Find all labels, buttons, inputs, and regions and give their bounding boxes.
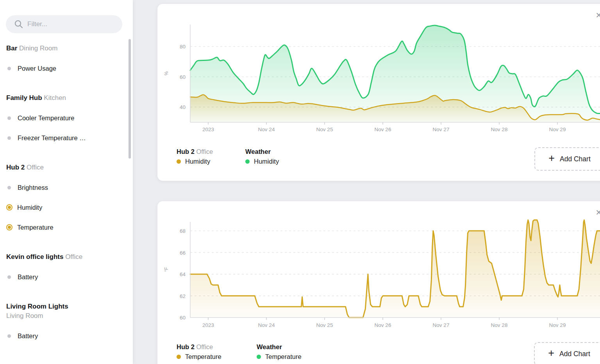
sidebar-scrollbar-thumb[interactable] [129, 39, 131, 159]
y-axis-unit-label: % [164, 71, 169, 75]
sidebar-group-hub-2: Hub 2 Office [6, 163, 127, 172]
series-color-dot [245, 159, 250, 164]
group-name: Bar [6, 45, 17, 52]
group-area: Kitchen [42, 94, 66, 102]
y-tick-label: 60 [180, 315, 186, 321]
series-color-dot [177, 355, 181, 359]
legend-item-weather-humidity[interactable]: Weather Humidity [245, 147, 279, 166]
legend-entity-title: Weather [257, 343, 302, 351]
sidebar-item-battery[interactable]: Battery [6, 272, 127, 282]
x-tick-label: 2023 [202, 127, 214, 132]
y-tick-label: 64 [180, 271, 186, 277]
entity-label: Battery [18, 273, 38, 281]
entity-label: Cooler Temperature [18, 114, 75, 122]
plus-icon: + [548, 348, 554, 359]
entity-dot [7, 67, 11, 70]
series-color-dot [257, 355, 261, 359]
legend-entity-title: Hub 2 Office [177, 147, 213, 156]
chart-legend: Hub 2 Office Temperature Weather Tempera… [157, 343, 532, 364]
legend-entity-title: Weather [245, 147, 279, 156]
entity-sidebar: Bar Dining RoomPower UsageFamily Hub Kit… [0, 0, 133, 364]
entity-dot [7, 186, 11, 189]
entity-dot [7, 334, 11, 338]
entity-dot-selected [8, 206, 11, 209]
close-icon[interactable]: ✕ [594, 207, 600, 218]
sidebar-item-humidity[interactable]: Humidity [6, 203, 127, 212]
legend-item-hub2-temperature[interactable]: Hub 2 Office Temperature [177, 343, 221, 361]
sidebar-item-power-usage[interactable]: Power Usage [6, 64, 127, 73]
x-tick-label: Nov 27 [433, 322, 450, 328]
group-area: Living Room [6, 311, 127, 321]
x-tick-label: Nov 28 [491, 127, 508, 132]
sidebar-item-battery[interactable]: Battery [6, 331, 127, 341]
legend-series-row: Temperature [257, 352, 302, 361]
group-area: Dining Room [17, 45, 57, 52]
y-tick-label: 80 [180, 44, 186, 50]
x-tick-label: Nov 24 [258, 322, 275, 328]
x-tick-label: Nov 26 [375, 322, 391, 328]
legend-series-row: Humidity [177, 157, 213, 166]
group-name: Family Hub [6, 94, 42, 102]
sidebar-group-family-hub: Family Hub Kitchen [6, 93, 127, 103]
close-icon[interactable]: ✕ [594, 10, 600, 20]
sidebar-item-freezer-temperature[interactable]: Freezer Temperature … [6, 133, 127, 143]
temperature-chart[interactable]: 60626466682023Nov 24Nov 25Nov 26Nov 27No… [157, 201, 600, 364]
sidebar-group-bar: Bar Dining Room [6, 44, 127, 53]
sidebar-item-cooler-temperature[interactable]: Cooler Temperature [6, 113, 127, 123]
x-tick-label: Nov 27 [433, 127, 450, 132]
x-tick-label: 2023 [202, 322, 214, 328]
search-icon [14, 20, 23, 29]
y-tick-label: 68 [180, 228, 186, 234]
add-chart-button[interactable]: + Add Chart [534, 342, 600, 364]
group-area: Office [25, 164, 44, 171]
x-tick-label: Nov 25 [316, 127, 333, 132]
entity-label: Power Usage [18, 65, 56, 72]
legend-entity-title: Hub 2 Office [177, 343, 221, 351]
y-tick-label: 60 [180, 74, 186, 80]
entity-list: Bar Dining RoomPower UsageFamily Hub Kit… [0, 33, 133, 341]
humidity-chart-card: 4060802023Nov 24Nov 25Nov 26Nov 27Nov 28… [157, 4, 600, 181]
sidebar-group-kevin-office-lights: Kevin office lights Office [6, 252, 127, 262]
group-area: Office [63, 253, 82, 261]
temperature-chart-card: 60626466682023Nov 24Nov 25Nov 26Nov 27No… [157, 201, 600, 364]
x-tick-label: Nov 25 [316, 322, 333, 328]
entity-label: Freezer Temperature … [18, 134, 86, 142]
sidebar-item-temperature[interactable]: Temperature [6, 223, 127, 232]
y-tick-label: 66 [180, 250, 186, 256]
x-tick-label: Nov 29 [549, 127, 566, 132]
add-chart-button[interactable]: + Add Chart [534, 147, 600, 171]
entity-dot [7, 136, 11, 140]
entity-label: Humidity [17, 204, 42, 211]
legend-series-row: Temperature [177, 352, 221, 361]
legend-item-hub2-humidity[interactable]: Hub 2 Office Humidity [177, 147, 213, 166]
x-tick-label: Nov 24 [258, 127, 275, 132]
x-tick-label: Nov 29 [549, 322, 566, 328]
entity-label: Brightness [18, 184, 48, 191]
group-name: Living Room Lights [6, 303, 68, 310]
legend-series-row: Humidity [245, 157, 279, 166]
x-tick-label: Nov 26 [375, 127, 391, 132]
plus-icon: + [548, 153, 555, 164]
group-name: Hub 2 [6, 164, 25, 171]
entity-dot-selected [8, 226, 11, 229]
sidebar-group-living-room-lights: Living Room LightsLiving Room [6, 302, 127, 321]
entity-dot [7, 116, 11, 120]
filter-field-wrap [6, 15, 122, 33]
y-tick-label: 40 [180, 104, 186, 110]
legend-item-weather-temperature[interactable]: Weather Temperature [257, 343, 302, 361]
y-axis-unit-label: °F [164, 267, 169, 272]
entity-label: Temperature [17, 224, 54, 231]
entity-label: Battery [18, 332, 38, 340]
group-name: Kevin office lights [6, 253, 63, 261]
chart-legend: Hub 2 Office Humidity Weather Humidity [157, 147, 532, 171]
series-color-dot [177, 159, 181, 164]
sidebar-item-brightness[interactable]: Brightness [6, 183, 127, 192]
y-tick-label: 62 [180, 293, 186, 299]
x-tick-label: Nov 28 [491, 322, 508, 328]
entity-dot [7, 275, 11, 279]
